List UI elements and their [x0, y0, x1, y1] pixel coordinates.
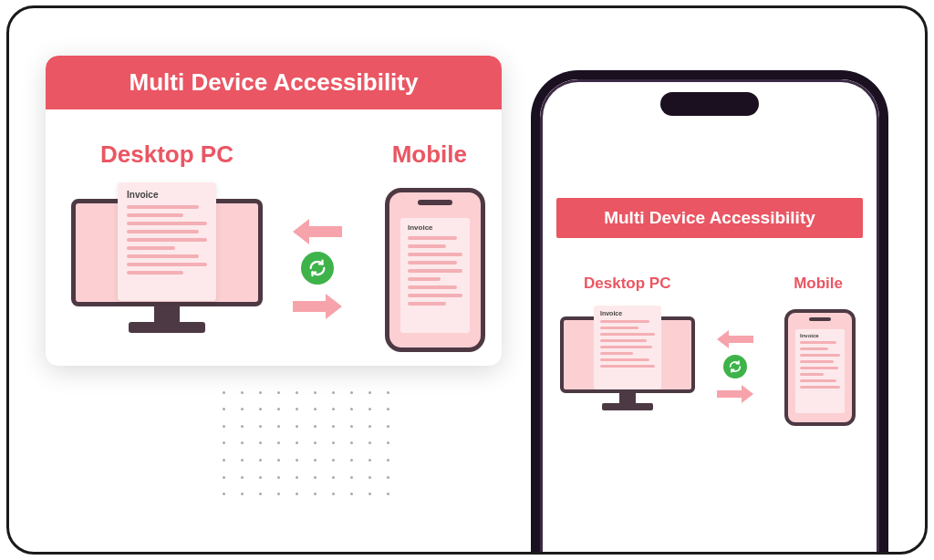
- document-title: Invoice: [408, 223, 462, 232]
- card-title: Multi Device Accessibility: [556, 198, 863, 238]
- sync-indicator: [711, 330, 759, 405]
- invoice-document-icon: Invoice: [118, 182, 216, 301]
- invoice-document-icon: Invoice: [400, 218, 470, 333]
- arrow-left-icon: [293, 219, 342, 244]
- arrow-right-icon: [293, 294, 342, 319]
- phone-notch: [660, 92, 759, 116]
- image-frame: Multi Device Accessibility Desktop PC Mo…: [6, 5, 928, 555]
- invoice-document-icon: Invoice: [795, 329, 845, 413]
- card-body: Desktop PC Mobile Invoice: [46, 109, 502, 366]
- card-title: Multi Device Accessibility: [46, 56, 502, 109]
- desktop-pc-icon: Invoice: [560, 316, 695, 426]
- mobile-phone-icon: Invoice: [784, 309, 856, 426]
- document-title: Invoice: [127, 190, 207, 200]
- phone-frame: Multi Device Accessibility Desktop PC Mo…: [531, 70, 888, 555]
- desktop-label: Desktop PC: [100, 140, 234, 169]
- sync-icon: [301, 252, 334, 285]
- sync-icon: [723, 355, 747, 379]
- mobile-label: Mobile: [392, 140, 467, 169]
- arrow-right-icon: [717, 385, 753, 403]
- accessibility-card: Multi Device Accessibility Desktop PC Mo…: [46, 56, 502, 366]
- mobile-label: Mobile: [794, 275, 843, 293]
- invoice-document-icon: Invoice: [594, 306, 661, 389]
- sync-indicator: [285, 219, 349, 319]
- desktop-pc-icon: Invoice: [71, 199, 263, 354]
- arrow-left-icon: [717, 330, 753, 348]
- desktop-label: Desktop PC: [584, 275, 670, 293]
- phone-screen-content: Multi Device Accessibility Desktop PC Mo…: [556, 198, 863, 555]
- mobile-phone-icon: Invoice: [385, 188, 485, 352]
- document-title: Invoice: [600, 310, 655, 316]
- document-title: Invoice: [800, 333, 840, 338]
- decorative-dot-grid: [214, 384, 397, 503]
